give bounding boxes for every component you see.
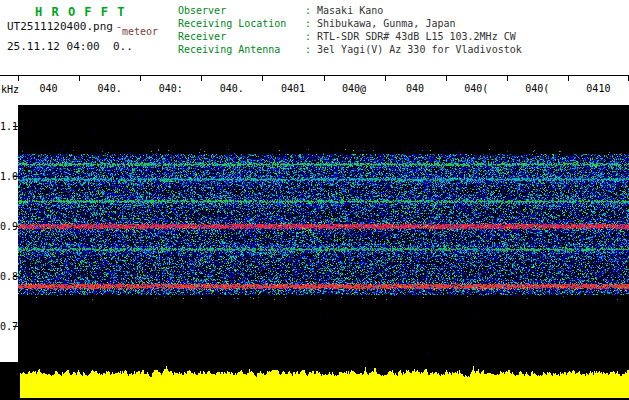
filename-label: UT2511120400.png [7, 20, 113, 33]
time-label: 040. [201, 83, 262, 99]
time-axis: 040 040. 040: 040. 0401 040@ 040 040( 04… [18, 83, 629, 99]
receiver-info: Observer:Masaki Kano Receiving Location:… [178, 4, 522, 56]
info-separator: : [305, 31, 317, 42]
time-label: 0410 [568, 83, 629, 99]
time-label: 040: [140, 83, 201, 99]
info-separator: : [305, 44, 317, 55]
time-tick [18, 76, 19, 81]
info-label: Receiver [178, 30, 305, 43]
info-value: 3el Yagi(V) Az 330 for Vladivostok [317, 44, 522, 55]
time-label: 040 [385, 83, 446, 99]
time-tick [507, 76, 508, 81]
spectrogram-canvas [18, 105, 629, 362]
time-tick [140, 76, 141, 81]
datetime-label: 25.11.12 04:00 0.. [7, 40, 133, 53]
time-tick [446, 76, 447, 81]
info-separator: : [305, 5, 317, 16]
time-label: 040( [507, 83, 568, 99]
info-row-antenna: Receiving Antenna:3el Yagi(V) Az 330 for… [178, 43, 522, 56]
info-value: Masaki Kano [317, 5, 383, 16]
hrofft-window: H R O F F T UT2511120400.png ¯meteor 25.… [0, 0, 629, 400]
freq-unit-label: kHz [1, 84, 19, 95]
info-row-observer: Observer:Masaki Kano [178, 4, 522, 17]
app-title: H R O F F T [35, 5, 125, 19]
mode-label: ¯meteor [116, 26, 158, 37]
time-label: 040. [79, 83, 140, 99]
time-tick [568, 76, 569, 81]
time-label: 040( [446, 83, 507, 99]
info-value: RTL-SDR SDR# 43dB L15 103.2MHz CW [317, 31, 516, 42]
time-tick [262, 76, 263, 81]
info-label: Observer [178, 4, 305, 17]
info-separator: : [305, 18, 317, 29]
info-label: Receiving Antenna [178, 43, 305, 56]
info-row-location: Receiving Location:Shibukawa, Gunma, Jap… [178, 17, 522, 30]
time-tick [201, 76, 202, 81]
noise-level-canvas [0, 362, 629, 400]
time-label: 0401 [262, 83, 323, 99]
time-tick [79, 76, 80, 81]
time-label: 040 [18, 83, 79, 99]
info-row-receiver: Receiver:RTL-SDR SDR# 43dB L15 103.2MHz … [178, 30, 522, 43]
time-tick [324, 76, 325, 81]
info-value: Shibukawa, Gunma, Japan [317, 18, 455, 29]
info-label: Receiving Location [178, 17, 305, 30]
time-label: 040@ [323, 83, 384, 99]
header-divider [0, 75, 629, 76]
time-tick [385, 76, 386, 81]
